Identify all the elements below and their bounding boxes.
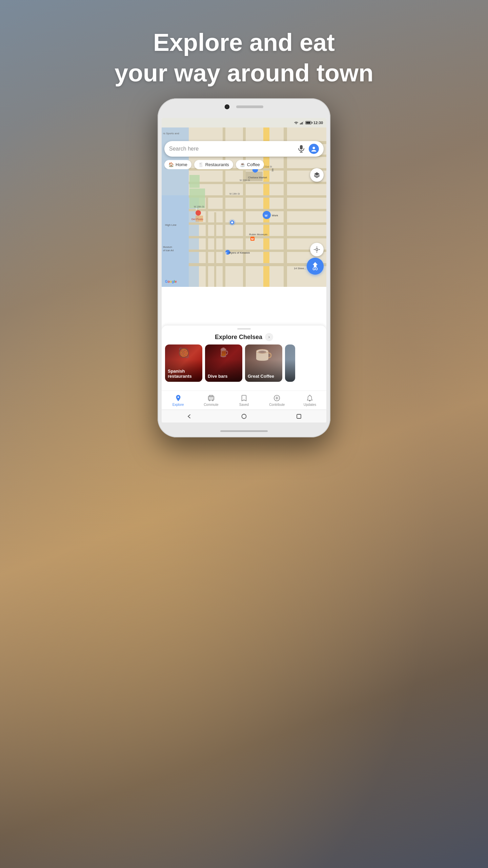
svg-rect-61 (300, 145, 303, 150)
svg-rect-17 (189, 209, 326, 211)
explore-title: Explore Chelsea (215, 334, 262, 341)
nav-saved-label: Saved (239, 403, 249, 407)
explore-header[interactable]: Explore Chelsea › (162, 332, 326, 344)
svg-text:M: M (251, 237, 254, 241)
svg-text:W 19th St: W 19th St (229, 193, 240, 195)
go-label: GO (312, 267, 318, 271)
nav-commute-label: Commute (204, 403, 218, 407)
svg-rect-19 (189, 182, 326, 184)
svg-text:W 20th St: W 20th St (240, 179, 250, 181)
saved-nav-icon (240, 394, 248, 402)
nav-explore[interactable]: Explore (162, 394, 195, 407)
restaurants-icon: 🍴 (198, 162, 204, 167)
card-overlay-more (285, 344, 295, 382)
svg-rect-14 (189, 250, 326, 252)
commute-icon (207, 394, 215, 402)
pill-home[interactable]: 🏠 Home (164, 160, 191, 169)
home-icon: 🏠 (168, 162, 174, 167)
svg-rect-1 (301, 123, 302, 124)
page-title: Explore and eat your way around town (0, 27, 488, 88)
svg-text:Work: Work (272, 214, 279, 217)
svg-text:Del Posto: Del Posto (191, 218, 203, 221)
svg-point-56 (316, 249, 318, 251)
svg-rect-0 (300, 123, 301, 124)
svg-text:W 18th St: W 18th St (194, 205, 204, 208)
nav-updates-label: Updates (304, 403, 316, 407)
pill-coffee[interactable]: ☕ Coffee (236, 160, 264, 169)
contribute-icon (273, 394, 281, 402)
system-nav (162, 410, 326, 422)
phone-speaker (236, 105, 263, 108)
saved-icon (240, 394, 248, 402)
pill-home-label: Home (176, 162, 187, 167)
explore-icon (175, 394, 182, 402)
time-display: 12:30 (313, 121, 323, 125)
battery-icon (305, 121, 311, 124)
recents-icon (297, 414, 301, 419)
coffee-icon: ☕ (240, 162, 245, 167)
nav-contribute[interactable]: Contribute (261, 394, 293, 407)
svg-point-34 (196, 210, 201, 216)
svg-point-77 (242, 414, 246, 418)
map-area[interactable]: W 18th St W 19th St W 20th St W 21st St … (162, 127, 326, 287)
nav-saved[interactable]: Saved (227, 394, 260, 407)
card-spanish-restaurants[interactable]: 🥘 Spanish restaurants (165, 344, 202, 382)
wifi-icon (294, 121, 299, 124)
explore-nav-icon (174, 394, 182, 402)
svg-rect-15 (189, 236, 326, 238)
mic-button[interactable] (297, 145, 305, 153)
system-recents-button[interactable] (294, 411, 304, 421)
phone-top-bar (225, 104, 263, 109)
svg-text:Google: Google (165, 280, 177, 283)
nav-updates[interactable]: Updates (293, 394, 326, 407)
svg-point-64 (312, 147, 315, 149)
contribute-nav-icon (273, 394, 281, 402)
svg-text:of Ican Art: of Ican Art (163, 249, 174, 252)
account-button[interactable] (309, 144, 319, 154)
svg-rect-18 (189, 195, 326, 198)
svg-text:Museum: Museum (163, 246, 172, 248)
sheet-handle (237, 328, 251, 330)
card-dive-bars[interactable]: 🍺 Dive bars (205, 344, 242, 382)
system-home-button[interactable] (239, 411, 249, 421)
pill-restaurants[interactable]: 🍴 Restaurants (194, 160, 233, 169)
category-pills: 🏠 Home 🍴 Restaurants ☕ Coffee (164, 160, 326, 169)
layer-button[interactable] (310, 168, 324, 182)
svg-rect-24 (189, 175, 200, 188)
location-button[interactable] (310, 243, 324, 256)
svg-text:14 Stree...: 14 Stree... (294, 267, 306, 270)
svg-point-72 (212, 400, 214, 401)
layers-icon (313, 172, 320, 178)
svg-text:W: W (265, 214, 268, 217)
pill-coffee-label: Coffee (247, 162, 260, 167)
card-label-coffee: Great Coffee (248, 374, 281, 379)
svg-rect-16 (189, 222, 326, 225)
nav-explore-label: Explore (172, 403, 184, 407)
status-bar-right: 12:30 (294, 121, 323, 125)
updates-nav-icon (306, 394, 314, 402)
svg-text:T: T (196, 208, 197, 211)
category-cards: 🥘 Spanish restaurants 🍺 Dive bars (162, 344, 326, 386)
phone-camera (225, 104, 229, 109)
commute-nav-icon (207, 394, 215, 402)
go-button[interactable]: GO (307, 258, 324, 275)
svg-point-71 (209, 400, 210, 401)
card-great-coffee[interactable]: Great Coffee (245, 344, 282, 382)
svg-rect-3 (303, 121, 304, 124)
search-placeholder: Search here (169, 146, 297, 152)
svg-rect-13 (189, 263, 326, 266)
account-icon (311, 146, 317, 152)
system-back-button[interactable] (184, 411, 194, 421)
card-more[interactable] (285, 344, 295, 382)
signal-icon (300, 121, 304, 124)
updates-icon (306, 394, 313, 402)
mic-icon (298, 145, 304, 153)
pill-restaurants-label: Restaurants (205, 162, 229, 167)
search-bar[interactable]: Search here (164, 141, 324, 157)
card-label-spanish: Spanish restaurants (168, 369, 201, 379)
phone-frame: 12:30 (158, 98, 330, 437)
explore-arrow[interactable]: › (265, 333, 273, 341)
home-circle-icon (241, 414, 247, 419)
svg-text:M: M (225, 252, 227, 254)
nav-commute[interactable]: Commute (195, 394, 227, 407)
